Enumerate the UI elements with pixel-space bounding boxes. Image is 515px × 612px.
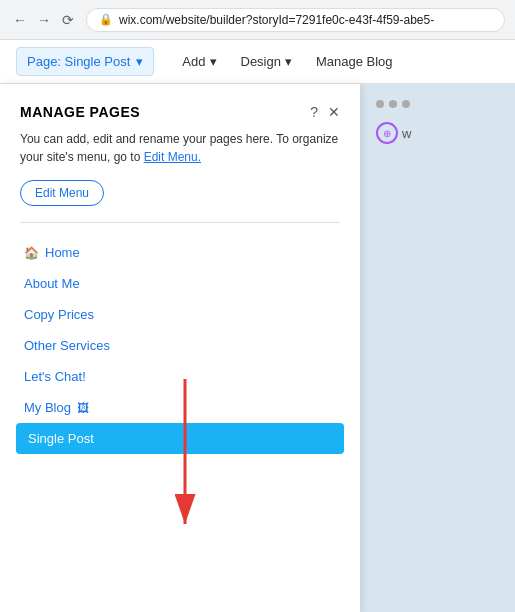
- forward-button[interactable]: →: [34, 10, 54, 30]
- page-selector[interactable]: Page: Single Post ▾: [16, 47, 154, 76]
- page-item-my-blog[interactable]: My Blog 🖼: [20, 392, 340, 423]
- blog-icon: 🖼: [77, 401, 89, 415]
- edit-menu-button[interactable]: Edit Menu: [20, 180, 104, 206]
- dot-1: [376, 100, 384, 108]
- manage-blog-label: Manage Blog: [316, 54, 393, 69]
- page-selector-chevron: ▾: [136, 54, 143, 69]
- panel-description: You can add, edit and rename your pages …: [20, 130, 340, 166]
- page-label-home: Home: [45, 245, 80, 260]
- page-label-my-blog: My Blog: [24, 400, 71, 415]
- editor-toolbar: Page: Single Post ▾ Add ▾ Design ▾ Manag…: [0, 40, 515, 84]
- panel-header: MANAGE PAGES ? ✕: [20, 104, 340, 120]
- page-list: 🏠 Home About Me Copy Prices Other Servic…: [20, 237, 340, 454]
- globe-icon: ⊕: [376, 122, 398, 144]
- lock-icon: 🔒: [99, 13, 113, 26]
- divider: [20, 222, 340, 223]
- url-text: wix.com/website/builder?storyId=7291fe0c…: [119, 13, 434, 27]
- page-label-single-post: Single Post: [28, 431, 94, 446]
- manage-blog-button[interactable]: Manage Blog: [304, 48, 405, 75]
- add-chevron: ▾: [210, 54, 217, 69]
- dot-3: [402, 100, 410, 108]
- help-icon[interactable]: ?: [310, 104, 318, 120]
- address-bar[interactable]: 🔒 wix.com/website/builder?storyId=7291fe…: [86, 8, 505, 32]
- preview-w-text: w: [402, 126, 411, 141]
- page-label-lets-chat: Let's Chat!: [24, 369, 86, 384]
- design-menu[interactable]: Design ▾: [229, 48, 304, 75]
- close-icon[interactable]: ✕: [328, 104, 340, 120]
- edit-menu-inline-link[interactable]: Edit Menu.: [144, 150, 201, 164]
- manage-pages-panel: MANAGE PAGES ? ✕ You can add, edit and r…: [0, 84, 360, 612]
- preview-dots: [376, 100, 410, 108]
- editor-body: MANAGE PAGES ? ✕ You can add, edit and r…: [0, 84, 515, 612]
- page-label-about-me: About Me: [24, 276, 80, 291]
- design-chevron: ▾: [285, 54, 292, 69]
- page-item-copy-prices[interactable]: Copy Prices: [20, 299, 340, 330]
- home-icon: 🏠: [24, 246, 39, 260]
- page-item-other-services[interactable]: Other Services: [20, 330, 340, 361]
- design-label: Design: [241, 54, 281, 69]
- panel-title: MANAGE PAGES: [20, 104, 140, 120]
- page-item-single-post[interactable]: Single Post: [16, 423, 344, 454]
- browser-bar: ← → ⟳ 🔒 wix.com/website/builder?storyId=…: [0, 0, 515, 40]
- back-button[interactable]: ←: [10, 10, 30, 30]
- page-label-copy-prices: Copy Prices: [24, 307, 94, 322]
- page-label-other-services: Other Services: [24, 338, 110, 353]
- panel-header-icons: ? ✕: [310, 104, 340, 120]
- add-label: Add: [182, 54, 205, 69]
- page-item-about-me[interactable]: About Me: [20, 268, 340, 299]
- page-selector-label: Page: Single Post: [27, 54, 130, 69]
- nav-buttons: ← → ⟳: [10, 10, 78, 30]
- add-menu[interactable]: Add ▾: [170, 48, 228, 75]
- dot-2: [389, 100, 397, 108]
- page-item-home[interactable]: 🏠 Home: [20, 237, 340, 268]
- preview-globe-bar: ⊕ w: [376, 122, 411, 144]
- preview-area: ⊕ w: [360, 84, 515, 612]
- page-item-lets-chat[interactable]: Let's Chat!: [20, 361, 340, 392]
- refresh-button[interactable]: ⟳: [58, 10, 78, 30]
